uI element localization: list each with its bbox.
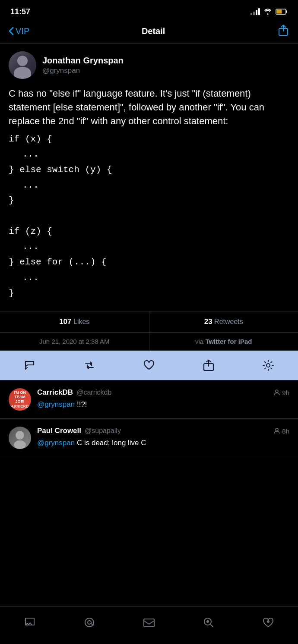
svg-point-11 [88, 621, 91, 624]
likes-stat: 107 Likes [0, 311, 149, 332]
battery-icon [276, 8, 288, 15]
reply-time-label: 9h [282, 389, 289, 396]
svg-point-5 [266, 364, 270, 367]
reply-author-handle: @supapally [85, 427, 121, 435]
retweets-stat: 23 Retweets [149, 311, 298, 332]
back-button[interactable]: VIP [9, 26, 29, 36]
reply-content: CarrickDB @carrickdb 9h @grynspan !!?! [37, 388, 289, 411]
tweet-date: Jun 21, 2020 at 2:38 AM [0, 333, 149, 350]
svg-point-15 [267, 621, 269, 622]
svg-point-14 [207, 621, 209, 622]
code-line: } else for (...) { [9, 254, 289, 270]
status-icons [250, 8, 288, 15]
code-line: } [9, 286, 289, 301]
reply-time: 8h [273, 427, 289, 435]
likes-count: 107 [59, 317, 71, 326]
reply-names: Paul Crowell @supapally [37, 427, 121, 435]
code-line: ... [9, 239, 289, 254]
code-line: ... [9, 147, 289, 162]
code-line: ... [9, 178, 289, 193]
author-info: Jonathan Grynspan @grynspan [42, 56, 124, 75]
reply-author-name: Paul Crowell [37, 427, 81, 435]
reply-button[interactable] [20, 356, 39, 375]
reply-body: C is dead; long live C [77, 439, 146, 447]
settings-button[interactable] [259, 356, 278, 375]
code-line: if (z) { [9, 224, 289, 239]
reply-header: CarrickDB @carrickdb 9h [37, 388, 289, 397]
author-name: Jonathan Grynspan [42, 56, 124, 66]
tab-favorites[interactable] [259, 613, 278, 632]
share-action-button[interactable] [199, 356, 218, 375]
tweet-text: C has no "else if" language feature. It'… [9, 87, 289, 128]
retweets-count: 23 [204, 317, 212, 326]
reply-avatar-carrick[interactable]: I'M ONTEAMJOE!CARRICKDB [9, 388, 31, 411]
svg-point-6 [276, 390, 278, 393]
nav-bar: VIP Detail [0, 21, 298, 44]
reply-time-label: 8h [282, 427, 289, 435]
status-time: 11:57 [10, 7, 30, 16]
reply-item: Paul Crowell @supapally 8h @grynspan C i… [0, 419, 298, 457]
stats-row: 107 Likes 23 Retweets [0, 311, 298, 333]
tab-bar [0, 606, 298, 644]
svg-point-8 [14, 440, 26, 449]
reply-body: !!?! [77, 400, 87, 408]
like-button[interactable] [139, 356, 159, 375]
share-button[interactable] [277, 24, 289, 38]
svg-point-9 [276, 428, 278, 431]
reply-content: Paul Crowell @supapally 8h @grynspan C i… [37, 427, 289, 449]
retweets-label: Retweets [214, 318, 243, 325]
back-label: VIP [16, 26, 29, 36]
retweet-button[interactable] [80, 356, 99, 375]
reply-author-name: CarrickDB [37, 388, 73, 397]
svg-rect-2 [277, 10, 282, 14]
reply-author-handle: @carrickdb [76, 389, 111, 396]
tweet-author-section: Jonathan Grynspan @grynspan [0, 44, 298, 83]
reply-mention: @grynspan [37, 439, 75, 447]
svg-point-7 [16, 431, 24, 440]
status-bar: 11:57 [0, 0, 298, 21]
reply-mention: @grynspan [37, 400, 75, 408]
wifi-icon [263, 8, 272, 15]
svg-point-10 [85, 618, 94, 627]
tab-mentions[interactable] [80, 613, 99, 632]
reply-header: Paul Crowell @supapally 8h [37, 427, 289, 435]
code-line: if (x) { [9, 132, 289, 147]
reply-avatar-paul[interactable] [9, 427, 31, 449]
likes-label: Likes [73, 318, 89, 325]
reply-item: I'M ONTEAMJOE!CARRICKDB CarrickDB @carri… [0, 380, 298, 419]
code-line: } [9, 193, 289, 208]
author-avatar[interactable] [9, 51, 36, 79]
nav-title: Detail [142, 26, 165, 36]
meta-row: Jun 21, 2020 at 2:38 AM via Twitter for … [0, 333, 298, 351]
reply-names: CarrickDB @carrickdb [37, 388, 111, 397]
via-label: via [195, 338, 203, 345]
reply-time: 9h [273, 389, 289, 396]
tab-messages[interactable] [139, 613, 159, 632]
code-line: ... [9, 270, 289, 286]
tweet-via: via Twitter for iPad [149, 333, 298, 350]
code-line: } else switch (y) { [9, 162, 289, 178]
tab-timeline[interactable] [20, 613, 39, 632]
tweet-code: if (x) { ... } else switch (y) { ... } i… [9, 128, 289, 305]
author-handle: @grynspan [42, 66, 124, 75]
tab-search[interactable] [199, 613, 218, 632]
signal-icon [250, 8, 260, 15]
reply-text: @grynspan C is dead; long live C [37, 438, 289, 448]
reply-text: @grynspan !!?! [37, 399, 289, 410]
tweet-body: C has no "else if" language feature. It'… [0, 83, 298, 311]
action-bar [0, 351, 298, 380]
svg-rect-12 [144, 619, 154, 627]
svg-rect-1 [286, 10, 287, 13]
via-app: Twitter for iPad [205, 338, 252, 345]
